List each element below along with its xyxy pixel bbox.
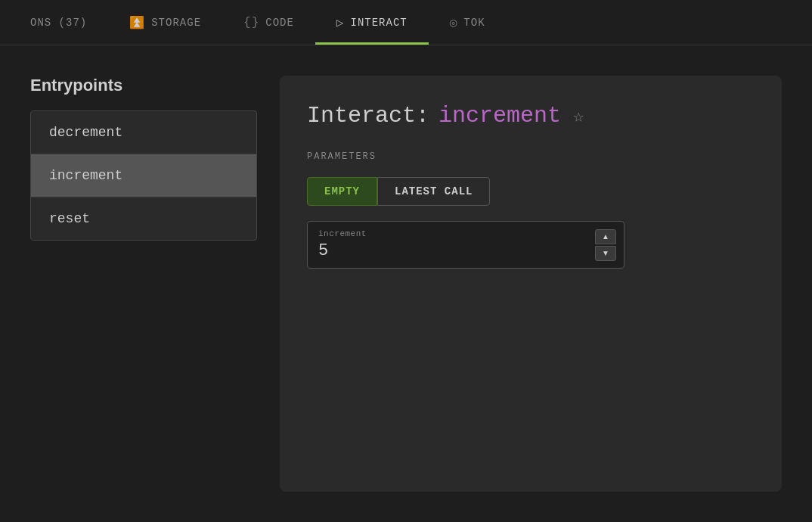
favorite-star-icon[interactable]: ☆ <box>573 105 584 127</box>
tab-interact[interactable]: ▷ INTERACT <box>315 0 429 45</box>
tab-storage-label: STORAGE <box>151 17 201 29</box>
entrypoints-list: decrement increment reset <box>30 110 257 241</box>
tab-code-label: CODE <box>265 17 294 29</box>
toggle-latest-call-button[interactable]: LATEST CALL <box>377 177 490 206</box>
play-icon: ▷ <box>336 15 345 30</box>
increment-field-label: increment <box>318 229 613 238</box>
title-method: increment <box>439 103 561 129</box>
tab-interact-label: INTERACT <box>350 17 407 29</box>
db-icon: ⏫ <box>129 15 145 30</box>
entrypoint-increment[interactable]: increment <box>31 154 256 197</box>
tab-storage[interactable]: ⏫ STORAGE <box>108 0 222 45</box>
right-panel: Interact: increment ☆ PARAMETERS EMPTY L… <box>280 76 782 492</box>
main-content: Entrypoints decrement increment reset In… <box>0 45 812 522</box>
title-prefix: Interact: <box>307 103 429 129</box>
braces-icon: {} <box>243 16 259 30</box>
spinner-buttons: ▲ ▼ <box>595 229 616 261</box>
parameters-section: PARAMETERS EMPTY LATEST CALL increment 5… <box>307 151 755 269</box>
toggle-empty-button[interactable]: EMPTY <box>307 177 377 206</box>
interact-title: Interact: increment ☆ <box>307 103 755 129</box>
increment-field-group: increment 5 ▲ ▼ <box>307 221 624 269</box>
tab-ons-label: ONS (37) <box>30 17 87 29</box>
toggle-group: EMPTY LATEST CALL <box>307 177 755 206</box>
parameters-label: PARAMETERS <box>307 151 755 162</box>
top-nav: ONS (37) ⏫ STORAGE {} CODE ▷ INTERACT ◎ … <box>0 0 812 45</box>
sidebar-title: Entrypoints <box>30 76 257 95</box>
increment-field-wrapper: increment 5 ▲ ▼ <box>307 221 624 269</box>
spinner-down-button[interactable]: ▼ <box>595 246 616 261</box>
entrypoint-decrement[interactable]: decrement <box>31 111 256 154</box>
increment-field-value[interactable]: 5 <box>318 241 613 260</box>
spinner-up-button[interactable]: ▲ <box>595 229 616 244</box>
sidebar: Entrypoints decrement increment reset <box>30 76 257 492</box>
circle-icon: ◎ <box>450 15 458 30</box>
tab-tokens[interactable]: ◎ TOK <box>429 0 507 45</box>
tab-code[interactable]: {} CODE <box>222 0 315 45</box>
tab-tokens-label: TOK <box>463 17 485 29</box>
tab-ons[interactable]: ONS (37) <box>0 0 108 45</box>
entrypoint-reset[interactable]: reset <box>31 197 256 240</box>
